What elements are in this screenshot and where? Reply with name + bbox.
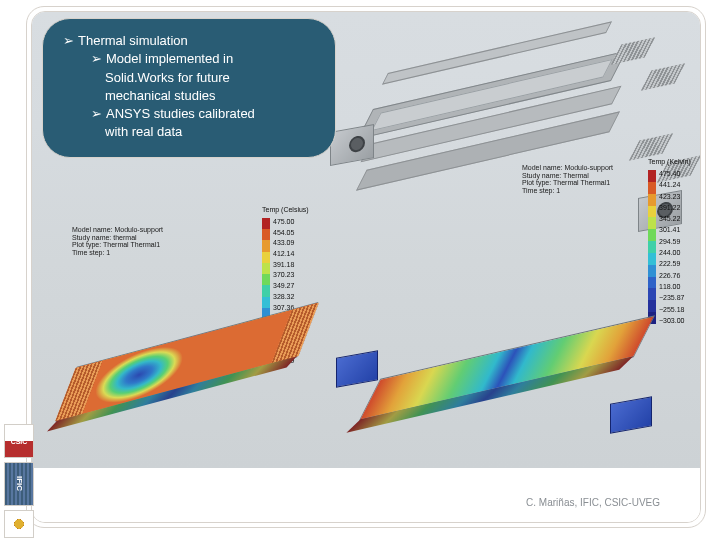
callout-text: mechanical studies bbox=[63, 88, 315, 104]
heatsink-fin bbox=[629, 133, 673, 160]
callout-text: Solid.Works for future bbox=[63, 70, 315, 86]
info-line: Study name: thermal bbox=[72, 234, 182, 242]
callout-text: Thermal simulation bbox=[78, 33, 188, 48]
csic-logo: CSIC bbox=[4, 424, 34, 458]
slide: Model name: Modulo-support Study name: t… bbox=[0, 0, 720, 540]
cold-block-right bbox=[610, 396, 652, 433]
info-line: Model name: Modulo-support bbox=[522, 164, 642, 172]
triangle-bullet-icon: ➢ bbox=[91, 106, 102, 121]
info-line: Time step: 1 bbox=[72, 249, 182, 257]
legend-labels: 475.40 441.24 423.23 391.22 345.22 301.4… bbox=[659, 170, 685, 324]
triangle-bullet-icon: ➢ bbox=[63, 33, 74, 48]
callout-text: with real data bbox=[63, 124, 315, 140]
study-info-left: Model name: Modulo-support Study name: t… bbox=[72, 226, 182, 257]
triangle-bullet-icon: ➢ bbox=[91, 51, 102, 66]
uv-logo bbox=[4, 510, 34, 538]
color-legend-right: Temp (Kelvin) 475.40 441.24 423.23 391.2… bbox=[648, 170, 685, 324]
cold-block-left bbox=[336, 350, 378, 387]
attribution: C. Mariñas, IFIC, CSIC-UVEG bbox=[526, 497, 660, 508]
info-line: Study name: Thermal bbox=[522, 172, 642, 180]
legend-colorbar bbox=[648, 170, 656, 324]
ific-logo: IFIC bbox=[4, 462, 34, 506]
panel-inner-border: Model name: Modulo-support Study name: t… bbox=[31, 11, 701, 523]
callout-text: ANSYS studies calibrated bbox=[106, 106, 255, 121]
info-line: Plot type: Thermal Thermal1 bbox=[72, 241, 182, 249]
legend-title: Temp (Kelvin) bbox=[648, 158, 691, 165]
info-line: Plot type: Thermal Thermal1 bbox=[522, 179, 642, 187]
heatsink-fin bbox=[641, 63, 685, 90]
info-line: Model name: Modulo-support bbox=[72, 226, 182, 234]
callout-text: Model implemented in bbox=[106, 51, 233, 66]
summary-callout: ➢Thermal simulation ➢Model implemented i… bbox=[42, 18, 336, 158]
legend-title: Temp (Celsius) bbox=[262, 206, 309, 213]
study-info-right: Model name: Modulo-support Study name: T… bbox=[522, 164, 642, 195]
thermal-plate-left bbox=[56, 302, 319, 422]
panel-outer-border: Model name: Modulo-support Study name: t… bbox=[26, 6, 706, 528]
heatsink-fin bbox=[611, 37, 655, 64]
info-line: Time step: 1 bbox=[522, 187, 642, 195]
